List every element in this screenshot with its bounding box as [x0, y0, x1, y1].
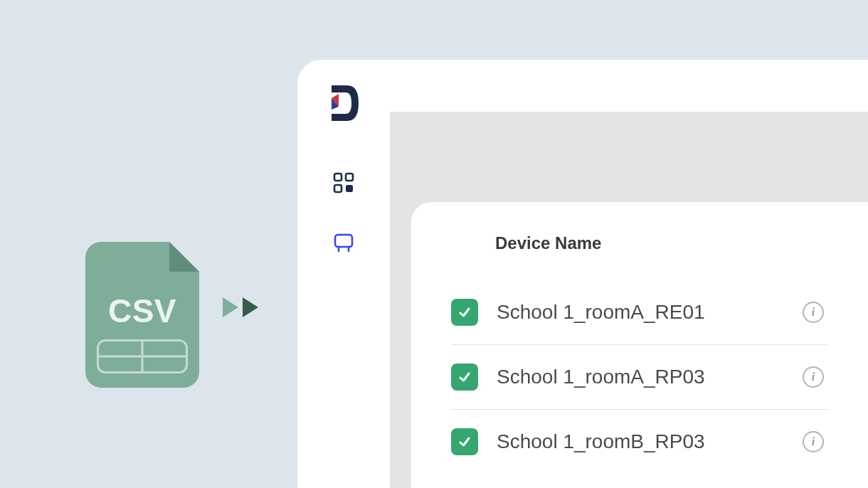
- csv-label: CSV: [85, 292, 199, 330]
- device-checkbox[interactable]: [451, 428, 478, 455]
- device-checkbox[interactable]: [451, 299, 478, 326]
- csv-grid-icon: [97, 339, 188, 373]
- info-icon[interactable]: i: [803, 366, 824, 388]
- app-window: Device Name School 1_roomA_RE01 i School…: [297, 60, 868, 488]
- svg-rect-3: [346, 185, 353, 192]
- svg-rect-2: [334, 185, 342, 192]
- device-name: School 1_roomB_RP03: [497, 430, 803, 453]
- device-name-column-header: Device Name: [495, 233, 828, 253]
- info-icon[interactable]: i: [803, 431, 824, 452]
- svg-rect-0: [334, 174, 342, 181]
- device-list-card: Device Name School 1_roomA_RE01 i School…: [411, 202, 868, 488]
- device-name: School 1_roomA_RE01: [497, 301, 803, 324]
- app-logo: [326, 83, 361, 124]
- nav-dashboard-icon[interactable]: [333, 172, 354, 196]
- csv-file-icon: CSV: [85, 242, 199, 388]
- device-name: School 1_roomA_RP03: [497, 366, 803, 388]
- device-row: School 1_roomA_RP03 i: [451, 345, 828, 410]
- device-row: School 1_roomB_RP03 i: [451, 410, 828, 474]
- info-icon[interactable]: i: [803, 302, 824, 323]
- svg-rect-4: [335, 235, 352, 247]
- import-arrows-icon: [223, 297, 258, 317]
- sidebar: [297, 60, 390, 488]
- device-row: School 1_roomA_RE01 i: [451, 280, 828, 345]
- svg-rect-1: [346, 174, 353, 181]
- nav-devices-icon[interactable]: [333, 232, 354, 256]
- device-checkbox[interactable]: [451, 364, 478, 391]
